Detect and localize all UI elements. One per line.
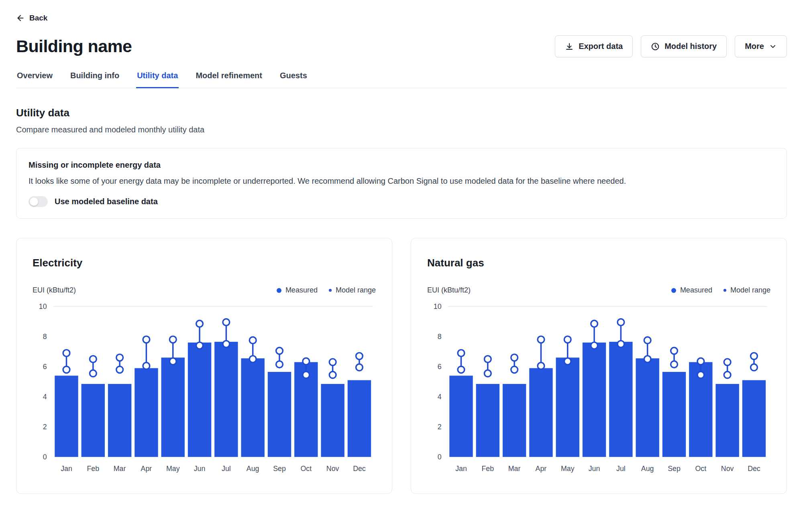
- chart-title: Natural gas: [427, 257, 770, 269]
- measured-dot-icon: [671, 288, 676, 293]
- svg-text:Oct: Oct: [695, 465, 706, 473]
- electricity-chart: 0246810JanFebMarAprMayJunJulAugSepOctNov…: [33, 298, 376, 485]
- svg-text:2: 2: [43, 423, 47, 431]
- model-history-button[interactable]: Model history: [641, 35, 727, 57]
- tab-guests[interactable]: Guests: [279, 71, 308, 88]
- model-range-circle-icon: [329, 289, 332, 292]
- page-header: Back Building name Export data Model his…: [16, 14, 787, 88]
- alert-title: Missing or incomplete energy data: [29, 160, 774, 170]
- svg-text:Oct: Oct: [300, 465, 312, 473]
- y-axis-label: EUI (kBtu/ft2): [427, 286, 471, 294]
- svg-text:Aug: Aug: [641, 465, 654, 473]
- clock-icon: [651, 42, 660, 51]
- section-title: Utility data: [16, 107, 787, 119]
- chart-card-natural-gas: Natural gas EUI (kBtu/ft2) Measured Mode…: [411, 238, 787, 494]
- svg-text:4: 4: [438, 393, 442, 401]
- chevron-down-icon: [769, 43, 777, 51]
- missing-data-alert: Missing or incomplete energy data It loo…: [16, 148, 787, 219]
- legend-measured: Measured: [671, 286, 712, 294]
- svg-text:Mar: Mar: [508, 465, 521, 473]
- svg-text:Feb: Feb: [87, 465, 100, 473]
- svg-text:0: 0: [438, 453, 442, 461]
- svg-text:Dec: Dec: [353, 465, 366, 473]
- utility-data-section: Utility data Compare measured and modele…: [16, 107, 787, 494]
- svg-text:Apr: Apr: [141, 465, 152, 473]
- header-actions: Export data Model history More: [555, 35, 787, 57]
- model-range-circle-icon: [724, 289, 726, 292]
- section-subtitle: Compare measured and modeled monthly uti…: [16, 125, 787, 134]
- charts-grid: Electricity EUI (kBtu/ft2) Measured Mode…: [16, 238, 787, 494]
- svg-text:Jul: Jul: [222, 465, 231, 473]
- svg-text:Feb: Feb: [482, 465, 494, 473]
- svg-text:Sep: Sep: [668, 465, 681, 473]
- chart-title: Electricity: [33, 257, 376, 269]
- svg-text:Jun: Jun: [194, 465, 206, 473]
- svg-text:2: 2: [438, 423, 442, 431]
- svg-text:8: 8: [438, 333, 442, 341]
- svg-text:Nov: Nov: [326, 465, 339, 473]
- measured-dot-icon: [277, 288, 281, 293]
- natural-gas-chart: 0246810JanFebMarAprMayJunJulAugSepOctNov…: [427, 298, 770, 485]
- page-title: Building name: [16, 37, 132, 56]
- tab-model-refinement[interactable]: Model refinement: [195, 71, 263, 88]
- export-data-button[interactable]: Export data: [555, 35, 633, 57]
- svg-text:Apr: Apr: [536, 465, 547, 473]
- svg-text:6: 6: [43, 363, 47, 371]
- tab-overview[interactable]: Overview: [16, 71, 53, 88]
- svg-text:0: 0: [43, 453, 47, 461]
- svg-text:Mar: Mar: [114, 465, 126, 473]
- legend-model-range: Model range: [329, 286, 376, 294]
- svg-text:Jan: Jan: [455, 465, 467, 473]
- svg-text:10: 10: [39, 303, 47, 311]
- back-arrow-icon: [16, 14, 25, 22]
- more-button[interactable]: More: [735, 35, 787, 57]
- tab-bar: OverviewBuilding infoUtility dataModel r…: [16, 71, 787, 88]
- svg-text:May: May: [166, 465, 180, 473]
- legend-model-range: Model range: [724, 286, 770, 294]
- svg-text:Jul: Jul: [616, 465, 626, 473]
- tab-building-info[interactable]: Building info: [69, 71, 120, 88]
- chart-legend: Measured Model range: [671, 286, 770, 294]
- svg-text:8: 8: [43, 333, 47, 341]
- svg-text:Sep: Sep: [273, 465, 286, 473]
- chart-legend: Measured Model range: [277, 286, 376, 294]
- svg-text:10: 10: [434, 303, 442, 311]
- back-label: Back: [29, 14, 47, 22]
- svg-text:Jun: Jun: [589, 465, 600, 473]
- svg-text:Nov: Nov: [721, 465, 734, 473]
- svg-text:4: 4: [43, 393, 47, 401]
- chart-card-electricity: Electricity EUI (kBtu/ft2) Measured Mode…: [16, 238, 392, 494]
- use-modeled-baseline-toggle[interactable]: [29, 196, 48, 207]
- tab-utility-data[interactable]: Utility data: [136, 71, 179, 88]
- toggle-label: Use modeled baseline data: [55, 197, 158, 206]
- toggle-knob: [30, 197, 38, 206]
- svg-text:Aug: Aug: [247, 465, 259, 473]
- y-axis-label: EUI (kBtu/ft2): [33, 286, 76, 294]
- svg-text:6: 6: [438, 363, 442, 371]
- download-icon: [565, 42, 574, 51]
- svg-text:May: May: [561, 465, 575, 473]
- svg-text:Jan: Jan: [61, 465, 72, 473]
- back-button[interactable]: Back: [16, 14, 47, 22]
- legend-measured: Measured: [277, 286, 318, 294]
- alert-body: It looks like some of your energy data m…: [29, 177, 774, 186]
- svg-text:Dec: Dec: [748, 465, 760, 473]
